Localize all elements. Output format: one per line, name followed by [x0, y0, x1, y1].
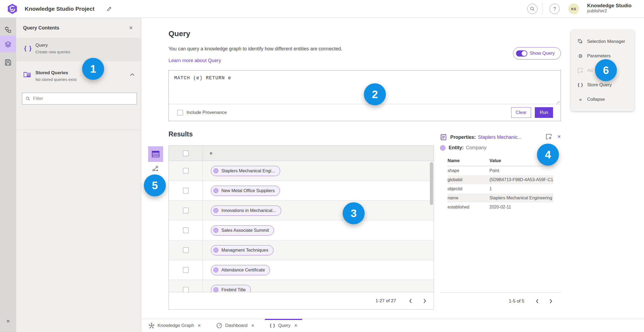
resize-grip[interactable] — [556, 100, 559, 104]
row-cell: Firebird Title — [203, 280, 251, 292]
entity-pill[interactable]: Staplers Mechanical Engi... — [211, 166, 280, 176]
results-heading: Results — [169, 130, 193, 138]
results-table-header: e — [169, 146, 434, 161]
properties-prev-page-button[interactable] — [532, 297, 541, 306]
knowledge-studio-logo-icon — [7, 3, 18, 14]
sidebar-item-query[interactable]: { } Query Create new queries — [16, 38, 141, 61]
entity-pill[interactable]: New Metal Office Suppliers — [211, 186, 280, 196]
tab-close-button[interactable]: × — [251, 323, 254, 329]
results-pagination: 1-27 of 27 — [169, 292, 434, 309]
menu-item-collapse[interactable]: » Collapse — [571, 95, 634, 104]
row-checkbox[interactable] — [183, 247, 189, 253]
chevron-up-icon[interactable] — [130, 73, 135, 76]
annotation-circle-6: 6 — [595, 59, 617, 81]
entity-dot-icon — [213, 188, 218, 193]
menu-item-label: Ad — [587, 68, 593, 73]
row-checkbox[interactable] — [183, 227, 189, 233]
tab-close-button[interactable]: × — [198, 323, 201, 329]
entity-pill-label: Managment Techniques — [221, 248, 268, 253]
filter-input[interactable] — [33, 96, 133, 101]
menu-item-label: Selection Manager — [587, 39, 625, 44]
knowledge-graph-icon — [149, 323, 155, 329]
edit-title-button[interactable] — [105, 5, 113, 13]
clear-button[interactable]: Clear — [511, 107, 531, 118]
tab-query[interactable]: { } Query × — [265, 319, 302, 332]
properties-close-button[interactable]: × — [557, 133, 561, 140]
properties-actions: × — [546, 133, 561, 140]
entity-pill[interactable]: Innovations in Mechanical... — [211, 206, 281, 216]
properties-entity-link[interactable]: Staplers Mechanic... — [478, 135, 522, 140]
chevron-left-icon — [536, 299, 539, 304]
entity-pill-label: Innovations in Mechanical... — [221, 208, 276, 213]
braces-icon: { } — [24, 45, 32, 52]
help-button[interactable]: ? — [550, 4, 560, 14]
run-button[interactable]: Run — [535, 107, 553, 118]
learn-more-link[interactable]: Learn more about Query — [169, 58, 221, 64]
show-query-toggle[interactable]: Show Query — [513, 47, 561, 59]
avatar[interactable]: KS — [568, 3, 579, 14]
column-value: Value — [489, 158, 501, 166]
stored-queries-section: Stored Queries No stored queries exist — [16, 66, 141, 130]
include-provenance-checkbox[interactable] — [177, 110, 183, 115]
row-checkbox[interactable] — [183, 287, 189, 292]
chevron-right-icon — [423, 299, 426, 303]
menu-item-selection-manager[interactable]: Selection Manager — [571, 37, 634, 46]
menu-item-store-query[interactable]: { } Store Query — [571, 80, 634, 89]
filter-box — [22, 93, 137, 105]
row-checkbox[interactable] — [183, 267, 189, 273]
select-all-checkbox[interactable] — [183, 151, 189, 156]
annotation-circle-1: 1 — [82, 58, 104, 80]
open-in-new-window-button[interactable] — [546, 133, 552, 140]
entity-pill[interactable]: Attendance Certificate — [211, 265, 270, 275]
row-checkbox[interactable] — [183, 208, 189, 213]
tab-close-button[interactable]: × — [294, 323, 297, 329]
include-provenance-label: Include Provenance — [186, 110, 227, 115]
results-page-label: 1-27 of 27 — [375, 298, 396, 304]
braces-icon: { } — [270, 323, 275, 328]
rail-contents-button[interactable] — [0, 36, 16, 53]
table-view-button[interactable] — [148, 146, 163, 162]
user-info[interactable]: Knowledge Studio publisher2 — [587, 3, 632, 13]
row-check-cell — [169, 201, 203, 220]
entity-pill[interactable]: Managment Techniques — [211, 245, 273, 255]
row-checkbox[interactable] — [183, 188, 189, 193]
left-rail: » — [0, 18, 16, 332]
annotation-number: 4 — [545, 149, 551, 161]
entity-dot-icon — [213, 168, 218, 173]
tab-dashboard[interactable]: Dashboard × — [211, 319, 259, 332]
query-input[interactable]: MATCH (e) RETURN e — [169, 70, 561, 104]
results-next-page-button[interactable] — [420, 296, 429, 305]
table-row: Innovations in Mechanical... — [169, 201, 434, 221]
row-checkbox[interactable] — [183, 168, 189, 174]
query-buttons: Clear Run — [511, 107, 553, 118]
chevron-right-icon — [550, 299, 552, 304]
rail-save-button[interactable] — [0, 54, 16, 71]
search-button[interactable] — [527, 4, 537, 14]
annotation-circle-4: 4 — [537, 144, 559, 166]
property-name: name — [448, 196, 489, 200]
annotation-number: 2 — [372, 88, 378, 100]
graph-view-button[interactable] — [149, 163, 162, 174]
toggle-knob — [522, 51, 527, 56]
table-row: Managment Techniques — [169, 240, 434, 260]
panel-close-button[interactable]: × — [127, 24, 135, 32]
properties-next-page-button[interactable] — [546, 297, 555, 306]
entity-dot-icon — [213, 287, 218, 292]
stored-queries-label: Stored Queries — [35, 70, 68, 76]
table-row: Attendance Certificate — [169, 260, 434, 280]
entity-pill[interactable]: Firebird Title — [211, 285, 251, 292]
results-scrollbar[interactable] — [430, 162, 433, 205]
rail-expand-button[interactable]: » — [0, 318, 16, 324]
menu-item-parameters[interactable]: ⚙ Parameters — [571, 51, 634, 61]
results-prev-page-button[interactable] — [406, 296, 415, 305]
property-name: shape — [448, 168, 489, 173]
column-name: Name — [448, 158, 489, 166]
tab-knowledge-graph[interactable]: Knowledge Graph × — [144, 319, 206, 332]
entity-pill-label: Sales Associate Summit — [221, 228, 269, 233]
row-cell: Staplers Mechanical Engi... — [203, 161, 280, 181]
panel-header: Query Contents × — [16, 18, 141, 38]
tab-label: Query — [278, 323, 290, 328]
property-value: Staplers Mechanical Engineering — [489, 196, 552, 200]
entity-pill[interactable]: Sales Associate Summit — [211, 225, 274, 236]
sidebar-item-stored-queries[interactable]: Stored Queries No stored queries exist — [16, 66, 141, 87]
